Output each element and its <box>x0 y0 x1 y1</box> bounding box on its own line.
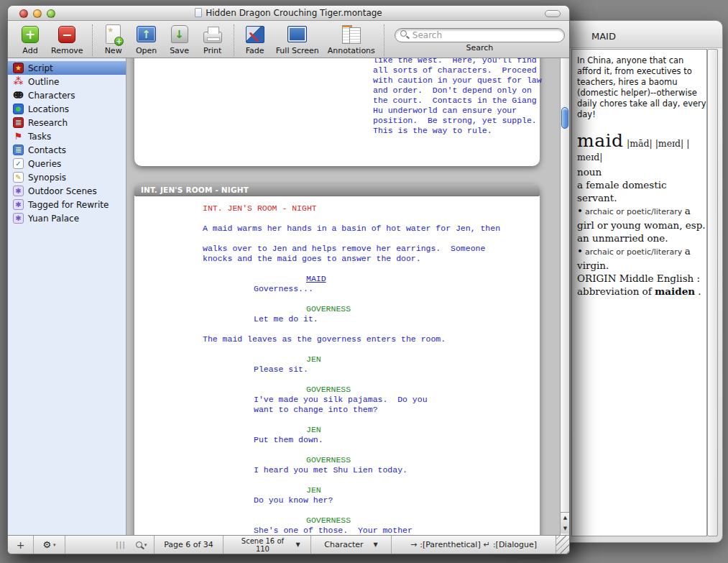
script-blank-line[interactable] <box>134 214 540 224</box>
sidebar-item-characters[interactable]: ☻Characters <box>8 88 126 102</box>
script-line-charlink[interactable]: MAID <box>134 274 540 284</box>
script-blank-line[interactable] <box>134 344 540 354</box>
dictionary-scrollbar[interactable] <box>707 49 718 536</box>
dictionary-part-of-speech: noun <box>577 165 707 178</box>
sidebar-item-contacts[interactable]: ≣Contacts <box>8 143 126 157</box>
sidebar-item-research[interactable]: ≣Research <box>8 116 126 129</box>
script-line-dialogue[interactable]: Let me do it. <box>134 314 540 324</box>
script-line-character[interactable]: GOVERNESS <box>134 516 540 526</box>
script-line-action[interactable]: The maid leaves as the governess enters … <box>134 334 540 344</box>
script-line[interactable]: all sorts of characters. Proceed <box>254 65 540 75</box>
element-type-selector[interactable]: Character ▼ <box>311 536 392 554</box>
sidebar-item-tasks[interactable]: ⚑Tasks <box>8 129 126 143</box>
script-line-character[interactable]: JEN <box>134 354 540 365</box>
sidebar-item-locations[interactable]: ●Locations <box>8 102 126 116</box>
script-blank-line[interactable] <box>134 415 540 425</box>
toolbar-separator <box>384 24 384 56</box>
toolbar: +Add−Remove+New↑Open↓SavePrintFadeFull S… <box>8 21 569 58</box>
toolbar-toggle-button[interactable] <box>545 10 561 17</box>
locations-icon: ● <box>13 104 24 114</box>
remove-button[interactable]: −Remove <box>51 23 83 55</box>
open-button[interactable]: ↑Open <box>134 23 159 55</box>
script-line-action[interactable]: knocks and the maid goes to answer the d… <box>134 254 540 264</box>
sidebar-item-label: Outdoor Scenes <box>28 186 97 196</box>
origin-word: maiden <box>655 285 695 297</box>
script-line-character[interactable]: GOVERNESS <box>134 455 540 465</box>
sidebar-item-queries[interactable]: ✓Queries <box>8 157 126 170</box>
script-line[interactable]: with caution in your quest for law <box>254 75 540 86</box>
search-caption: Search <box>395 43 565 52</box>
fade-icon <box>246 26 264 43</box>
add-element-button[interactable]: + <box>8 536 34 554</box>
script-line-dialogue[interactable]: She's one of those. Your mother <box>134 526 540 535</box>
zoom-menu-button[interactable]: ▾ <box>129 536 155 554</box>
resize-grip[interactable] <box>556 536 569 554</box>
drag-handle[interactable]: ||| <box>113 536 129 554</box>
script-blank-line[interactable] <box>134 475 540 485</box>
sidebar-item-script[interactable]: ★Script <box>8 61 126 75</box>
script-blank-line[interactable] <box>134 264 540 274</box>
script-line-dialogue[interactable]: I've made you silk pajamas. Do you <box>134 395 540 405</box>
sidebar-item-synopsis[interactable]: ✎Synopsis <box>8 170 126 184</box>
fullscreen-button[interactable]: Full Screen <box>276 23 319 55</box>
fade-button[interactable]: Fade <box>243 23 267 55</box>
script-line[interactable]: position. Be strong, yet supple. <box>254 116 540 126</box>
script-line-dialogue[interactable]: want to change into them? <box>134 405 540 415</box>
script-editor[interactable]: like the West. Here, you'll findall sort… <box>126 58 560 535</box>
script-line-dialogue[interactable]: Do you know her? <box>134 495 540 505</box>
script-blank-line[interactable] <box>134 324 540 334</box>
script-line-dialogue[interactable]: Put them down. <box>134 435 540 445</box>
script-blank-line[interactable] <box>134 234 540 244</box>
script-line[interactable]: This is the way to rule. <box>254 126 540 136</box>
script-line-action[interactable]: walks over to Jen and helps remove her e… <box>134 244 540 254</box>
annotations-label: Annotations <box>328 46 375 55</box>
script-line-character[interactable]: GOVERNESS <box>134 385 540 395</box>
sidebar-item-outline[interactable]: ⁂Outline <box>8 75 126 88</box>
actions-menu-button[interactable]: ⚙ ▾ <box>34 536 65 554</box>
script-blank-line[interactable] <box>134 445 540 455</box>
script-line-dialogue[interactable]: Governess... <box>134 284 540 294</box>
script-line[interactable]: and order. Don't depend only on <box>254 86 540 96</box>
script-line-action[interactable]: A maid warms her hands in a basin of hot… <box>134 224 540 234</box>
toolbar-separator <box>234 24 234 56</box>
search-icon <box>400 30 407 37</box>
save-label: Save <box>170 46 189 55</box>
script-line-scene[interactable]: INT. JEN'S ROOM - NIGHT <box>134 203 540 214</box>
new-button[interactable]: +New <box>101 23 126 55</box>
script-panel-previous-scene[interactable]: like the West. Here, you'll findall sort… <box>134 58 540 166</box>
sidebar-item-tagged-for-rewrite[interactable]: ✱Tagged for Rewrite <box>8 198 126 211</box>
script-line-character[interactable]: JEN <box>134 485 540 495</box>
scroll-up-arrow-icon[interactable]: ▲ <box>561 513 570 523</box>
script-line[interactable]: Hu underworld can ensure your <box>254 106 540 116</box>
annotations-button[interactable]: Annotations <box>328 23 375 55</box>
synopsis-icon: ✎ <box>13 172 24 183</box>
script-panel-current-scene[interactable]: INT. JEN'S ROOM - NIGHT INT. JEN'S ROOM … <box>134 184 540 535</box>
script-blank-line[interactable] <box>134 375 540 385</box>
scene-header[interactable]: INT. JEN'S ROOM - NIGHT <box>134 184 540 196</box>
script-line[interactable]: the court. Contacts in the Giang <box>254 96 540 106</box>
script-line-character[interactable]: JEN <box>134 425 540 435</box>
sidebar-item-yuan-palace[interactable]: ✱Yuan Palace <box>8 211 126 225</box>
sidebar-item-outdoor-scenes[interactable]: ✱Outdoor Scenes <box>8 184 126 198</box>
vertical-scrollbar[interactable]: ▲ ▼ <box>560 58 569 535</box>
dictionary-content[interactable]: In China, anyone that can afford it, fro… <box>571 49 707 536</box>
script-line-dialogue[interactable]: Please sit. <box>134 365 540 375</box>
script-blank-line[interactable] <box>134 294 540 304</box>
script-line-dialogue[interactable]: I heard you met Shu Lien today. <box>134 465 540 475</box>
scroll-down-arrow-icon[interactable]: ▼ <box>561 523 570 534</box>
script-blank-line[interactable] <box>134 505 540 516</box>
scene-selector[interactable]: Scene 16 of 110 ▼ <box>224 536 311 554</box>
print-button[interactable]: Print <box>201 23 225 55</box>
dictionary-sense: •archaic or poetic/literary a virgin. <box>577 244 707 272</box>
gear-dropdown-arrow-icon: ▾ <box>53 542 56 548</box>
scrollbar-thumb[interactable] <box>561 107 568 129</box>
script-line-character[interactable]: GOVERNESS <box>134 304 540 314</box>
dictionary-headword: maid <box>577 130 624 151</box>
document-icon <box>195 8 202 17</box>
contacts-icon: ≣ <box>13 145 24 155</box>
save-button[interactable]: ↓Save <box>167 23 192 55</box>
script-line[interactable]: like the West. Here, you'll find <box>254 58 540 65</box>
search-input[interactable] <box>395 28 565 42</box>
statusbar-spacer <box>65 536 113 554</box>
add-button[interactable]: +Add <box>18 23 42 55</box>
